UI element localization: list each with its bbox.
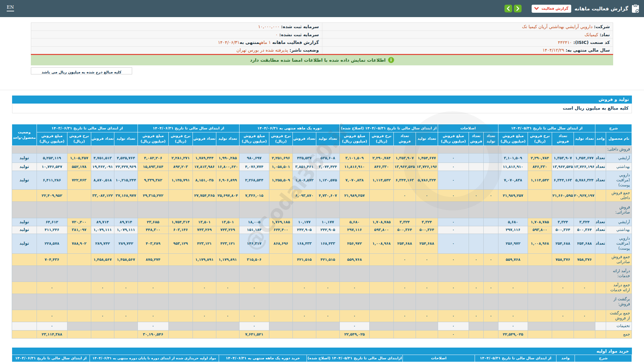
col-group-adj: اصلاحات	[438, 124, 498, 132]
cell-domestic-total-adj-0: ۰	[483, 189, 498, 201]
status-cell	[12, 201, 37, 218]
cell-domestic-total-g5-1: ۶,۰۹۳,۸۷۰	[292, 189, 316, 201]
cell-domestic-header-g4-0	[416, 145, 438, 153]
cell-discounts-g2-3: ۰	[498, 322, 528, 330]
row-grand-total: جمع۲۲,۵۴۹,۰۲۵۰۲۲,۵۴۹,۰۲۵۷,۶۴۱,۵۲۱۳۰,۱۹۰,…	[12, 330, 632, 338]
cell-domestic-header-g6-3	[138, 145, 168, 153]
cell-export-header-g4-2	[369, 201, 393, 218]
cell-domestic-pharma-g4-1: ۶,۳۴۴,۱۶۳	[393, 171, 416, 189]
cell-export-total-g7-2	[67, 253, 91, 265]
row-export-cosmetic: آرايشيتعداد۳,۳۲۴۳,۳۲۴۱,۷۰۸,۷۸۵۵,۶۸۰۰۳,۳۲…	[12, 218, 632, 226]
cell-discounts-g7-2	[67, 322, 91, 330]
product-name-cell: تخفیفات	[606, 322, 632, 330]
cell-returns-header-g5-3	[239, 294, 269, 310]
cell-domestic-total-g6-0: ۲۵,۶۹۷,۸۰۴	[216, 189, 239, 201]
cell-returns-header-g5-1	[292, 294, 316, 310]
col-g6-0: تعداد تولید	[216, 132, 239, 145]
cell-domestic-cosmetic-g6-3: ۴,۰۸۲,۲۰۶	[138, 153, 168, 163]
cell-domestic-pharma-g5-2: ۱,۲۵۵,۵۰۹	[269, 171, 292, 189]
next-report-button[interactable]	[514, 5, 522, 12]
language-toggle-en[interactable]: EN	[7, 5, 14, 11]
page-title: گزارش فعالیت ماهانه	[575, 6, 628, 12]
cell-grand-total-adj-0	[483, 330, 498, 338]
cell-domestic-cosmetic-g5-0: ۵۳۵,۶۰۸	[316, 153, 339, 163]
cell-returns-total-g4-0: ۰	[416, 310, 438, 322]
cell-service-total-adj-1: ۰	[469, 282, 483, 294]
col-g5-3: مبلغ فروش (میلیون ریال)	[239, 132, 269, 145]
cell-export-total-g5-2	[269, 253, 292, 265]
previous-report-button[interactable]	[504, 5, 512, 12]
company-info-table: شرکت: دارويي آرايشي بهداشتي آريان کيميا …	[31, 22, 613, 55]
cell-export-hygienic-g2-2: ۵۹۳,۸۰۰	[528, 226, 552, 234]
status-cell	[12, 310, 37, 322]
cell-returns-header-g6-0	[216, 294, 239, 310]
cell-service-total-g4-3: ۰	[339, 282, 369, 294]
cell-returns-total-g6-3: ۰	[138, 310, 168, 322]
cell-domestic-cosmetic-g5-3: ۹۸۰,۶۹۷	[239, 153, 269, 163]
status-cell: تولید	[12, 163, 37, 171]
report-type-dropdown[interactable]: گزارش فعالیت	[532, 5, 571, 13]
cell-discounts-g7-3: ۰	[37, 322, 67, 330]
cell-domestic-pharma-g2-1: ۶,۳۴۴,۱۶۳	[552, 171, 574, 189]
unit-cell: تعداد	[595, 171, 606, 189]
row-domestic-pharma: دارويي (مراقبت پوست)تعداد۵,۷۸۶,۳۲۴۶,۳۴۴,…	[12, 171, 632, 189]
cell-domestic-total-g6-2	[168, 189, 193, 201]
cell-grand-total-adj-2: ۰	[438, 330, 469, 338]
cell-returns-total-g6-2	[168, 310, 193, 322]
cell-domestic-header-adj-1	[469, 145, 483, 153]
cell-returns-total-g7-0: ۰	[114, 310, 138, 322]
cell-export-header-g7-3	[37, 201, 67, 218]
col-product-name: نام محصول	[606, 132, 632, 145]
cell-grand-total-g7-1	[91, 330, 114, 338]
cell-domestic-total-g6-1: ۲۷,۷۵۴,۴۶۵	[193, 189, 216, 201]
product-name-cell: جمع برگشت از فروش	[606, 310, 632, 322]
cell-returns-total-g5-0: ۰	[316, 310, 339, 322]
unit-cell	[595, 282, 606, 294]
cell-export-hygienic-g6-1: ۷۴۳,۲۶۹	[193, 226, 216, 234]
cell-domestic-hygienic-g6-2: ۸۹۲,۲۰۳	[168, 163, 193, 171]
cell-domestic-hygienic-g7-1: ۱۹,۴۶۲,۰۹۱	[91, 163, 114, 171]
cell-domestic-hygienic-adj-2: ۰	[438, 163, 469, 171]
cell-domestic-total-g5-3: ۷,۳۲۶,۰۱۵	[239, 189, 269, 201]
cell-domestic-header-g4-1	[393, 145, 416, 153]
cell-domestic-cosmetic-g2-1: ۱,۳۵۳,۹۰۷	[552, 153, 574, 163]
cell-export-cosmetic-g6-3: ۲۳,۶۸۵	[138, 218, 168, 226]
cell-export-cosmetic-g5-1: ۱۰,۱۷۷	[292, 218, 316, 226]
row-service-header: درآمد ارائه خدمات:	[12, 265, 632, 282]
cell-returns-total-g2-1: ۰	[552, 310, 574, 322]
row-returns-header: برگشت از فروش:	[12, 294, 632, 310]
col-status: وضعیت محصول-واحد	[12, 124, 37, 145]
cell-export-hygienic-g4-3: ۲۹۷,۱۱۶	[339, 226, 369, 234]
cell-domestic-pharma-g5-1: ۱,۸۰۶,۸۷۲	[292, 171, 316, 189]
cell-discounts-adj-0	[483, 322, 498, 330]
col-adj-2: مبلغ فروش (میلیون ریال)	[438, 132, 469, 145]
cell-returns-total-g5-3: ۰	[239, 310, 269, 322]
cell-returns-header-g7-1	[91, 294, 114, 310]
col-g2-1: تعداد فروش	[552, 132, 574, 145]
cell-export-total-adj-2: ۰	[438, 253, 469, 265]
signed-data-notice: i اطلاعات نمایش داده شده با اطلاعات امضا…	[31, 55, 613, 65]
cell-export-header-g6-2	[168, 201, 193, 218]
cell-service-header-g4-2	[369, 265, 393, 282]
cell-domestic-pharma-g7-3: ۶,۴۱۱,۲۸۶	[37, 171, 67, 189]
cell-service-total-g5-2	[269, 282, 292, 294]
cell-export-total-g4-2	[369, 253, 393, 265]
cell-returns-header-g6-1	[193, 294, 216, 310]
cell-export-header-g5-2	[269, 201, 292, 218]
report-type-dropdown-label: گزارش فعالیت	[542, 6, 569, 11]
cell-export-total-g5-3: ۳۱۵,۵۰۶	[239, 253, 269, 265]
cell-export-pharma-adj-2: ۰	[438, 234, 469, 253]
row-export-pharma: دارويي (مراقبت پوست)تعداد۲۵۴,۶۸۸۲۵۴,۶۸۸۱…	[12, 234, 632, 253]
cell-discounts-g4-3: ۰	[339, 322, 369, 330]
cell-domestic-pharma-g7-0: ۱۰,۲۱۵,۲۴۴	[114, 171, 138, 189]
cell-export-pharma-g4-0: ۲۵۴,۶۸۸	[416, 234, 438, 253]
cell-export-hygienic-g7-0: ۱,۰۷۹,۱۱۱	[114, 226, 138, 234]
cell-export-header-g4-0	[416, 201, 438, 218]
cell-domestic-hygienic-g5-3: ۴,۰۷۶,۷۷۴	[239, 163, 269, 171]
cell-export-cosmetic-g2-3: ۵,۶۸۰	[498, 218, 528, 226]
col-adj-1: تعداد فروش	[469, 132, 483, 145]
cell-grand-total-g2-3: ۲۲,۵۴۹,۰۲۵	[498, 330, 528, 338]
cell-returns-total-adj-1: ۰	[469, 310, 483, 322]
cell-domestic-total-g5-2	[269, 189, 292, 201]
cell-export-pharma-g6-3: ۴۰۳,۲۸۹	[138, 234, 168, 253]
